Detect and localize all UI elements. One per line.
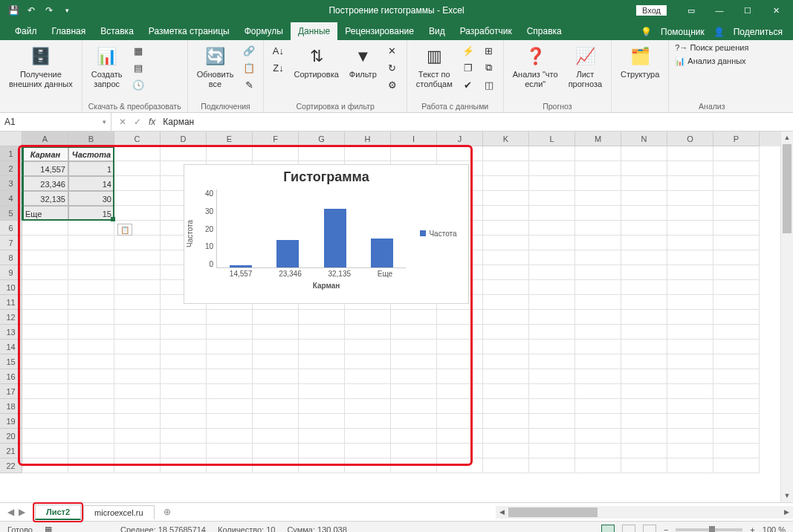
cell[interactable] [253,354,299,369]
row-header[interactable]: 9 [0,265,22,280]
cell[interactable] [483,340,529,354]
col-header[interactable]: E [207,132,253,146]
cell[interactable] [253,458,299,473]
row-header[interactable]: 16 [0,369,22,384]
row-header[interactable]: 8 [0,250,22,265]
tab-review[interactable]: Рецензирование [337,22,421,40]
cell[interactable] [483,176,529,191]
cell[interactable] [114,176,161,191]
vertical-scrollbar[interactable]: ▲ ▼ [780,132,793,502]
cell[interactable] [713,444,760,458]
cell[interactable] [114,236,161,250]
cell[interactable] [391,325,437,340]
row-header[interactable]: 1 [0,146,22,161]
cell[interactable] [713,250,760,265]
row-header[interactable]: 17 [0,384,22,399]
cell[interactable] [114,280,161,295]
cell[interactable] [114,310,161,325]
col-header[interactable]: J [437,132,483,146]
cell[interactable] [114,325,161,340]
cell[interactable] [667,429,713,444]
cell[interactable] [68,280,114,295]
col-header[interactable]: M [575,132,621,146]
refresh-all-button[interactable]: 🔄 Обновить все [194,43,237,90]
cell[interactable] [529,161,575,176]
cell[interactable] [299,146,345,161]
cell[interactable] [483,250,529,265]
row-header[interactable]: 19 [0,414,22,429]
cell[interactable]: 14 [68,176,114,191]
what-if-button[interactable]: ❓ Анализ "что если" [510,43,561,90]
cell[interactable] [114,414,161,429]
col-header[interactable]: B [68,132,114,146]
cell[interactable] [299,384,345,399]
row-header[interactable]: 3 [0,176,22,191]
cell[interactable] [391,369,437,384]
cell[interactable] [713,458,760,473]
cell[interactable] [161,310,207,325]
cell[interactable] [207,354,253,369]
tell-me[interactable]: Помощник [661,27,705,37]
cell[interactable] [207,399,253,414]
cell[interactable] [253,429,299,444]
embedded-chart[interactable]: Гистограмма Частота 40 30 20 10 0 [184,164,469,304]
cell[interactable] [299,429,345,444]
cell[interactable] [68,414,114,429]
cell[interactable] [253,340,299,354]
cell[interactable] [575,265,621,280]
cell[interactable] [161,414,207,429]
cell[interactable] [575,191,621,206]
cell[interactable] [529,399,575,414]
horizontal-scrollbar[interactable]: ◀ ▶ [496,506,793,519]
cell[interactable] [713,354,760,369]
cell[interactable] [667,369,713,384]
cell[interactable] [22,369,68,384]
cell[interactable] [437,458,483,473]
col-header[interactable]: D [161,132,207,146]
row-header[interactable]: 5 [0,206,22,221]
close-icon[interactable]: ✕ [765,3,787,18]
cell[interactable] [529,340,575,354]
row-header[interactable]: 15 [0,354,22,369]
col-header[interactable]: K [483,132,529,146]
cell[interactable] [483,354,529,369]
cell[interactable] [667,161,713,176]
enter-icon[interactable]: ✓ [134,117,141,127]
cell[interactable]: 32,135 [22,191,68,206]
col-header[interactable]: P [713,132,760,146]
cell[interactable] [22,458,68,473]
cell[interactable] [114,191,161,206]
cell[interactable] [161,458,207,473]
zoom-out-icon[interactable]: − [664,525,668,533]
cell[interactable] [391,414,437,429]
tab-formulas[interactable]: Формулы [237,22,291,40]
view-normal-icon[interactable] [601,525,615,533]
cell[interactable] [345,369,391,384]
cell[interactable]: 30 [68,191,114,206]
cell[interactable] [299,340,345,354]
cell[interactable] [575,236,621,250]
zoom-slider[interactable] [676,528,742,531]
col-header[interactable]: H [345,132,391,146]
cell[interactable] [621,429,667,444]
cell[interactable] [22,250,68,265]
cell[interactable] [575,399,621,414]
cell[interactable] [22,295,68,310]
cell[interactable] [345,399,391,414]
tab-view[interactable]: Вид [421,22,453,40]
maximize-icon[interactable]: ☐ [737,3,759,18]
cell[interactable] [68,399,114,414]
cell[interactable] [667,444,713,458]
cell[interactable] [207,325,253,340]
cell[interactable] [713,340,760,354]
row-header[interactable]: 2 [0,161,22,176]
cell[interactable] [483,384,529,399]
cell[interactable] [667,399,713,414]
advanced-filter-icon[interactable]: ⚙ [384,77,401,92]
cell[interactable] [207,429,253,444]
col-header[interactable]: A [22,132,68,146]
cell[interactable] [667,191,713,206]
sort-button[interactable]: ⇅ Сортировка [291,43,341,81]
paste-options-icon[interactable]: 📋 [117,224,132,236]
cell[interactable] [713,325,760,340]
